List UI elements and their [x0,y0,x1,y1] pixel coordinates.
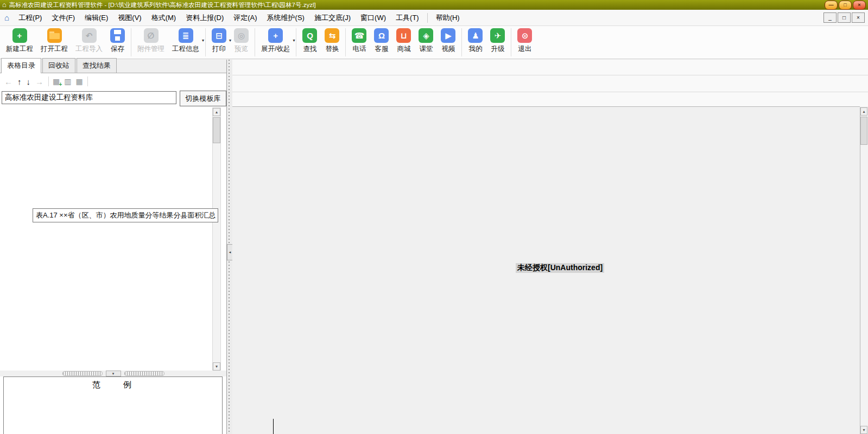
form-tree [0,107,213,371]
exit-icon: ⊙ [517,28,532,43]
toolbar-button-label: 打印 [212,44,226,54]
menu-item[interactable]: 文件(F) [47,11,80,24]
menu-item[interactable]: 施工交底(J) [309,11,356,24]
format-toolbar-row1 [232,60,868,75]
find-icon: Q [302,28,317,43]
nav-separator [48,76,49,86]
toolbar-button-upgrade[interactable]: ✈升级 [490,28,505,54]
attachment-manage-icon: ∅ [144,28,159,43]
mdi-minimize-button[interactable]: _ [823,12,837,23]
preview-icon: ◎ [234,28,249,43]
splitter-handle[interactable] [124,371,164,376]
unauthorized-watermark: 未经授权[UnAuthorized] [516,263,604,273]
nav-down-icon[interactable]: ↓ [27,77,31,86]
toolbar-button-label: 商城 [397,44,410,54]
toolbar-button-preview[interactable]: ◎预览 [234,28,249,54]
sidebar-tab[interactable]: 回收站 [42,58,75,73]
sheet-vertical-scrollbar[interactable]: ▴ ▾ [860,107,868,434]
menu-item[interactable]: 评定(A) [229,11,262,24]
toolbar-button-label: 新建工程 [6,44,33,54]
import-project-icon: ↶ [82,28,97,43]
dropdown-arrow-icon[interactable]: ▾ [229,38,231,43]
sidebar-tab[interactable]: 表格目录 [1,58,41,73]
nav-up-icon[interactable]: ↑ [17,77,22,86]
sidebar-tab[interactable]: 查找结果 [77,58,117,73]
toolbar-button-support[interactable]: Ω客服 [374,28,389,54]
tree-scrollbar[interactable]: ▴ ▾ [212,107,221,371]
toolbar-separator [345,28,346,56]
toolbar-button-new-project[interactable]: +新建工程 [6,28,33,54]
add-table-icon[interactable]: ▦ [53,77,60,86]
toolbar-button-attachment-manage[interactable]: ∅附件管理 [137,28,164,54]
toolbar-button-save[interactable]: 保存 [110,28,125,54]
mdi-close-button[interactable]: × [852,12,865,23]
example-panel-splitter[interactable]: ▾ [0,371,226,376]
table-manage-icon[interactable]: ▦ [75,77,83,86]
menu-item[interactable]: 窗口(W) [356,11,391,24]
format-toolbar-row2 [232,75,868,92]
nav-separator [87,76,88,86]
mall-icon: ⊔ [396,28,411,43]
splitter-handle[interactable] [62,371,103,376]
toolbar-button-replace[interactable]: ⇆替换 [325,28,339,54]
sheet-scroll-up-button[interactable]: ▴ [860,107,867,116]
main-toolbar: +新建工程打开工程↶工程导入保存∅附件管理≣▾工程信息⊟▾打印◎预览+▾展开/收… [0,26,868,59]
menu-item[interactable]: 编辑(E) [80,11,113,24]
toolbar-button-mall[interactable]: ⊔商城 [396,28,411,54]
toolbar-button-find[interactable]: Q查找 [302,28,317,54]
upgrade-icon: ✈ [490,28,505,43]
toolbar-button-phone[interactable]: ☎电话 [352,28,366,54]
nav-right-icon[interactable]: → [35,77,43,86]
toolbar-button-exit[interactable]: ⊙退出 [517,28,532,54]
copy-table-icon[interactable]: ▥ [64,77,71,86]
switch-template-library-button[interactable]: 切换模板库 [180,91,226,106]
menu-separator [427,13,428,23]
example-panel-title: 范 例 [4,380,222,390]
toolbar-button-print[interactable]: ⊟▾打印 [212,28,226,54]
tree-scroll-up-button[interactable]: ▴ [213,108,220,116]
toolbar-button-label: 课堂 [419,44,433,54]
nav-left-icon[interactable]: ← [4,77,12,86]
restore-button[interactable]: □ [839,1,852,10]
toolbar-button-label: 展开/收起 [261,44,290,54]
open-project-icon [47,28,62,43]
save-icon [110,28,125,43]
menu-item[interactable]: 帮助(H) [431,11,465,24]
library-name-input[interactable] [2,91,176,104]
video-icon: ▶ [441,28,455,43]
toolbar-button-label: 我的 [468,44,482,54]
dropdown-arrow-icon[interactable]: ▾ [202,38,204,43]
my-account-icon: ♟ [468,28,483,43]
toolbar-separator [511,28,511,56]
toolbar-button-label: 电话 [352,44,366,54]
toolbar-button-classroom[interactable]: ◈课堂 [419,28,433,54]
menu-item[interactable]: 视图(V) [113,11,146,24]
expand-collapse-icon: + [268,28,283,43]
minimize-button[interactable]: — [825,1,838,10]
support-icon: Ω [374,28,389,43]
toolbar-button-import-project[interactable]: ↶工程导入 [75,28,103,54]
toolbar-button-expand-collapse[interactable]: +▾展开/收起 [261,28,290,54]
toolbar-button-label: 视频 [441,44,455,54]
toolbar-button-video[interactable]: ▶视频 [441,28,455,54]
toolbar-separator [131,28,131,56]
toolbar-button-project-info[interactable]: ≣▾工程信息 [172,28,199,54]
tree-scroll-thumb[interactable] [213,117,220,143]
menu-item[interactable]: 格式(M) [147,11,181,24]
sheet-scroll-thumb[interactable] [860,117,867,145]
menu-item[interactable]: 系统维护(S) [262,11,309,24]
mdi-restore-button[interactable]: □ [838,12,851,23]
dropdown-arrow-icon[interactable]: ▾ [293,38,295,43]
home-icon[interactable]: ⌂ [4,13,9,22]
menu-item[interactable]: 工具(T) [391,11,424,24]
close-button[interactable]: × [853,1,866,10]
tree-scroll-down-button[interactable]: ▾ [213,362,220,371]
sheet-scroll-down-button[interactable]: ▾ [860,426,867,434]
toolbar-button-label: 打开工程 [41,44,68,54]
toolbar-button-open-project[interactable]: 打开工程 [41,28,68,54]
toolbar-button-my-account[interactable]: ♟我的 [468,28,483,54]
splitter-collapse-button[interactable]: ▾ [106,371,121,376]
menu-item[interactable]: 资料上报(D) [181,11,229,24]
menu-item[interactable]: 工程(P) [14,11,47,24]
toolbar-button-label: 查找 [303,44,316,54]
